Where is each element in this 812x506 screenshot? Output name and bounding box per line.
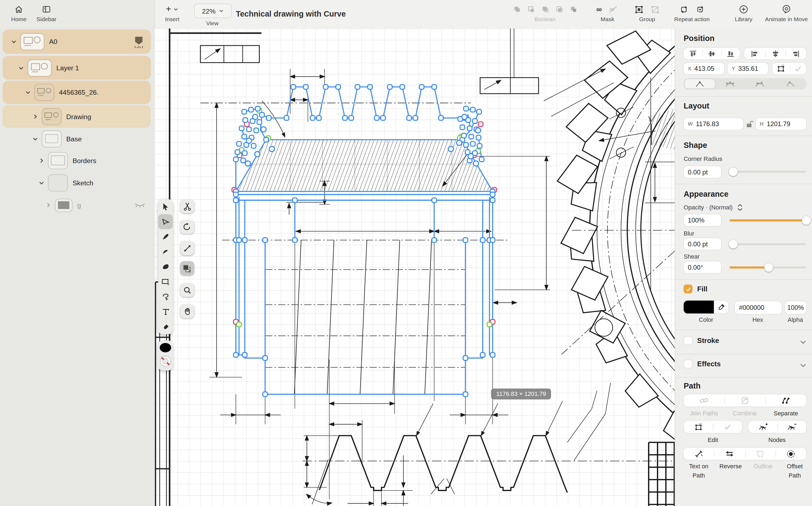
corner-radius-field[interactable]: 0.00 pt [684,166,721,178]
path-node[interactable] [310,115,315,120]
curve-node[interactable] [457,140,462,146]
path-node[interactable] [242,353,247,357]
chevron-down-icon[interactable] [32,136,38,142]
path-node[interactable] [470,107,475,112]
stroke-checkbox[interactable] [684,336,692,345]
path-node[interactable] [432,198,437,202]
path-node[interactable] [400,85,404,89]
height-field[interactable]: H1201.79 [755,118,806,130]
path-node[interactable] [470,142,475,146]
shear-slider[interactable] [730,266,806,269]
path-node[interactable] [242,109,246,114]
outline-button[interactable] [745,448,776,460]
fill-alpha-field[interactable]: 100% [785,301,806,314]
path-node[interactable] [233,353,238,357]
chevron-down-icon[interactable] [800,338,807,346]
path-node[interactable] [407,115,411,120]
x-field[interactable]: X413.05 [684,63,724,75]
align-center-button[interactable] [765,48,786,60]
effects-checkbox[interactable] [684,359,692,368]
path-node[interactable] [477,144,482,148]
align-right-button[interactable] [786,48,806,60]
path-node[interactable] [487,322,492,327]
sidebar-toggle[interactable]: Sidebar [34,4,58,22]
align-bottom-button[interactable] [721,48,740,60]
opacity-label[interactable]: Opacity · (Normal) [684,204,733,210]
layer-row-4456365[interactable]: 4456365_26. [3,81,151,104]
path-node[interactable] [463,392,468,397]
path-node[interactable] [439,115,443,120]
direct-select-tool[interactable] [158,214,173,229]
layer-row-sketch[interactable]: Sketch [3,172,151,194]
remove-node-button[interactable] [777,421,806,433]
path-node[interactable] [461,133,466,138]
chevron-down-icon[interactable] [800,362,807,369]
canvas[interactable]: 1176.83 × 1201.79 ? [154,28,675,506]
path-node[interactable] [257,120,262,124]
zoom-level-button[interactable]: 22% [194,4,232,18]
layer-row-drawing[interactable]: Drawing [3,105,151,128]
path-node[interactable] [349,115,354,120]
layer-row-layer1[interactable]: Layer 1 [3,56,151,80]
path-node[interactable] [343,115,347,120]
text-on-path-button[interactable] [684,448,714,460]
path-node[interactable] [480,238,485,242]
path-node[interactable] [432,85,437,89]
path-node[interactable] [291,85,296,89]
layer-row-g[interactable]: g [3,194,151,216]
scissors-tool[interactable] [180,199,194,213]
path-node[interactable] [233,198,238,202]
align-left-button[interactable] [744,48,765,60]
path-node[interactable] [478,122,483,126]
align-top-button[interactable] [684,48,702,60]
path-node[interactable] [263,392,268,397]
path-node[interactable] [355,85,360,89]
chevron-down-icon[interactable] [25,90,31,95]
path-node[interactable] [413,115,418,120]
chevron-down-icon[interactable] [39,180,44,186]
path-node[interactable] [284,115,289,120]
path-node[interactable] [292,198,297,202]
repeat-icon[interactable] [679,5,688,14]
curve-node[interactable] [473,161,478,166]
selected-path[interactable] [236,87,493,394]
path-node[interactable] [255,106,260,111]
corner-radius-slider[interactable] [730,171,806,173]
path-node[interactable] [254,128,259,133]
path-node[interactable] [266,115,271,120]
mask-icon[interactable]: ∞ [596,6,602,12]
path-node[interactable] [242,134,246,139]
smooth-node-button[interactable] [715,79,745,88]
path-node[interactable] [246,127,251,132]
chevron-right-icon[interactable] [32,114,38,119]
path-node[interactable] [467,126,472,131]
align-middle-button[interactable] [702,48,721,60]
corner-node-button[interactable] [685,79,715,88]
curve-node[interactable] [245,161,250,166]
chevron-down-icon[interactable] [11,39,16,45]
y-field[interactable]: Y335.61 [728,63,768,75]
path-node[interactable] [479,157,484,162]
animate-button[interactable]: Animate in Move [762,4,811,22]
separate-button[interactable] [765,394,806,407]
path-node[interactable] [381,115,385,120]
blur-slider[interactable] [730,243,806,245]
path-node[interactable] [243,118,247,122]
path-node[interactable] [420,85,424,89]
path-node[interactable] [316,115,321,120]
home-button[interactable]: Home [8,4,30,22]
node-tool[interactable] [158,244,173,259]
path-node[interactable] [260,112,264,117]
curve-node[interactable] [448,147,453,152]
path-node[interactable] [303,85,308,89]
path-node[interactable] [368,85,372,89]
shape-tool[interactable] [158,274,173,289]
asymmetric-node-button[interactable] [745,79,775,88]
rotate-tool[interactable] [180,220,194,234]
path-node[interactable] [490,198,495,202]
path-nodes[interactable] [232,85,497,397]
path-node[interactable] [233,192,238,197]
curve-node[interactable] [462,114,467,119]
fill-color-swatch[interactable] [684,301,714,314]
combine-button[interactable] [725,394,765,407]
